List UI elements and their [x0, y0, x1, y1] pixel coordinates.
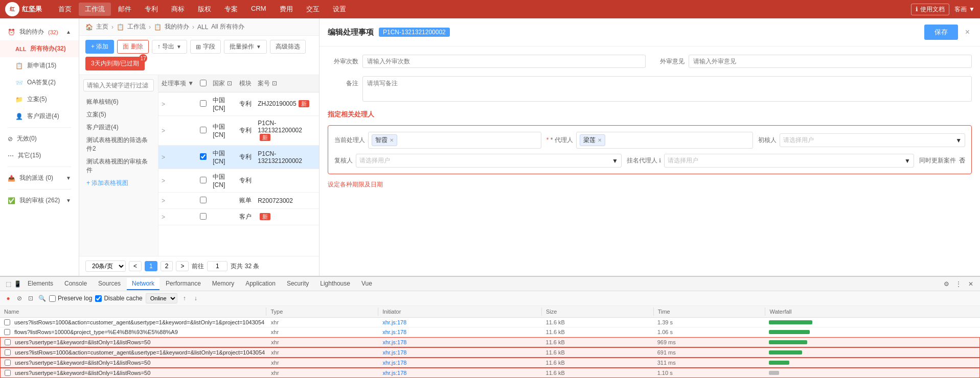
filter-item-filing[interactable]: 立案(5)	[83, 108, 154, 121]
expand-icon[interactable]: >	[162, 177, 165, 184]
page-size-select[interactable]: 20条/页	[85, 261, 126, 272]
nav-fee[interactable]: 费用	[274, 3, 299, 16]
sidebar-item-filing[interactable]: 📁 立案(5)	[0, 91, 79, 108]
row-checkbox[interactable]	[200, 197, 207, 203]
date-section-link[interactable]: 设定各种期限及日期	[328, 180, 972, 189]
check-cell[interactable]	[197, 193, 210, 209]
tab-vue[interactable]: Vue	[356, 278, 377, 290]
sidebar-item-my-dispatch[interactable]: 📤 我的派送 (0) ▼	[0, 170, 79, 186]
agent-input[interactable]: 梁莲 ✕	[576, 132, 754, 149]
export-button[interactable]: ↑ 导出 ▼	[152, 40, 187, 54]
clear-icon[interactable]: ⊘	[15, 294, 24, 302]
network-row[interactable]: users?usertype=1&keyword=&listOnly=1&lis…	[0, 368, 980, 378]
network-row-checkbox[interactable]	[5, 370, 11, 376]
nav-copyright[interactable]: 版权	[192, 3, 217, 16]
batch-ops-button[interactable]: 批量操作 ▼	[224, 40, 267, 54]
network-row-initiator[interactable]: xhr.js:178	[378, 319, 542, 326]
nav-trademark[interactable]: 商标	[165, 3, 191, 16]
country-filter-icon[interactable]: ⊡	[227, 80, 232, 87]
outer-review-count-input[interactable]	[362, 55, 646, 68]
check-cell[interactable]	[197, 169, 210, 193]
nav-mail[interactable]: 邮件	[112, 3, 138, 16]
check-cell[interactable]	[197, 209, 210, 225]
sidebar-item-oa-reply[interactable]: 📨 OA答复(2)	[0, 74, 79, 91]
expand-cell[interactable]: >	[158, 116, 197, 146]
network-row-checkbox[interactable]	[5, 339, 11, 345]
nav-crm[interactable]: CRM	[245, 3, 272, 16]
remark-textarea[interactable]	[362, 76, 972, 102]
sidebar-item-all-pending[interactable]: ALL 所有待办(32)	[0, 40, 79, 57]
network-row-initiator[interactable]: xhr.js:178	[378, 369, 541, 376]
table-row[interactable]: > 账单 R200723002	[158, 193, 319, 209]
expand-cell[interactable]: >	[158, 193, 197, 209]
sidebar-item-my-review[interactable]: ✅ 我的审核 (262) ▼	[0, 192, 79, 209]
add-filter-view[interactable]: + 添加表格视图	[83, 177, 154, 190]
network-row[interactable]: users?usertype=1&keyword=&listOnly=1&lis…	[0, 358, 980, 368]
sync-cases-value[interactable]: 否	[959, 156, 965, 165]
nav-patent[interactable]: 专利	[139, 3, 164, 16]
devtools-mobile-icon[interactable]: 📱	[13, 280, 21, 288]
network-row[interactable]: users?listRows=1000&action=customer_agen…	[0, 318, 980, 327]
sidebar-item-other[interactable]: ⋯ 其它(15)	[0, 147, 79, 164]
bc-workflow[interactable]: 工作流	[127, 22, 146, 31]
devtools-inspect-icon[interactable]: ⬚	[4, 280, 12, 288]
expand-icon[interactable]: >	[162, 127, 165, 134]
prev-page-button[interactable]: <	[129, 261, 142, 271]
row-checkbox[interactable]	[200, 153, 207, 160]
next-page-button[interactable]: >	[176, 261, 189, 271]
check-cell[interactable]	[197, 92, 210, 116]
record-stop-icon[interactable]: ●	[4, 294, 12, 302]
go-to-page-input[interactable]	[207, 261, 227, 271]
network-row-checkbox[interactable]	[4, 319, 10, 325]
fields-button[interactable]: ⊞ 字段	[190, 40, 221, 54]
expand-icon[interactable]: >	[162, 101, 165, 108]
select-all-checkbox[interactable]	[200, 80, 207, 86]
table-row[interactable]: > 中国[CN] 专利	[158, 169, 319, 193]
filter-search-input[interactable]	[83, 79, 154, 91]
table-row[interactable]: > 客户 新	[158, 209, 319, 225]
expand-cell[interactable]: >	[158, 209, 197, 225]
add-button[interactable]: + 添加	[85, 40, 114, 54]
page-2-button[interactable]: 2	[161, 261, 173, 271]
page-1-button[interactable]: 1	[145, 261, 157, 271]
network-row[interactable]: users?listRows=1000&action=customer_agen…	[0, 347, 980, 358]
check-cell[interactable]	[197, 146, 210, 169]
filter-item-test1[interactable]: 测试表格视图的筛选条件2	[83, 134, 154, 155]
network-row-checkbox[interactable]	[5, 360, 11, 366]
tab-memory[interactable]: Memory	[207, 278, 239, 290]
row-checkbox[interactable]	[200, 100, 207, 107]
sidebar-item-client-follow[interactable]: 👤 客户跟进(4)	[0, 108, 79, 125]
user-menu-button[interactable]: 客画 ▼	[954, 5, 975, 14]
nav-home[interactable]: 首页	[52, 3, 78, 16]
bc-all-pending[interactable]: All 所有待办	[211, 22, 244, 31]
filter-item-test2[interactable]: 测试表格视图的审核条件	[83, 155, 154, 177]
network-row-initiator[interactable]: xhr.js:178	[378, 359, 541, 366]
sidebar-item-my-pending[interactable]: ⏰ 我的待办 (32) ▲	[0, 23, 79, 40]
network-row-initiator[interactable]: xhr.js:178	[378, 328, 542, 336]
upload-icon[interactable]: ↑	[180, 294, 189, 302]
nav-settings[interactable]: 设置	[327, 3, 352, 16]
expand-icon[interactable]: >	[162, 197, 165, 204]
disable-cache-checkbox[interactable]	[95, 295, 102, 302]
search-icon[interactable]: 🔍	[38, 294, 46, 302]
tab-application[interactable]: Application	[240, 278, 281, 290]
tab-network[interactable]: Network	[127, 278, 159, 290]
tab-performance[interactable]: Performance	[161, 278, 206, 290]
close-button[interactable]: ×	[963, 28, 972, 37]
remove-agent[interactable]: ✕	[598, 137, 602, 143]
nav-interact[interactable]: 交互	[300, 3, 326, 16]
row-checkbox[interactable]	[200, 213, 207, 220]
row-checkbox[interactable]	[200, 127, 207, 133]
network-row-initiator[interactable]: xhr.js:178	[378, 339, 541, 346]
table-row[interactable]: > 中国[CN] 专利 ZHJ20190005新	[158, 92, 319, 116]
preserve-log-checkbox[interactable]	[49, 295, 56, 302]
proxy-agent-select[interactable]: 请选择用户 ▼	[664, 154, 914, 168]
case-badge[interactable]: P1CN-1321321200002	[379, 28, 450, 37]
row-checkbox[interactable]	[200, 177, 207, 183]
tab-lighthouse[interactable]: Lighthouse	[315, 278, 355, 290]
preserve-log-label[interactable]: Preserve log	[49, 295, 92, 302]
tab-console[interactable]: Console	[59, 278, 92, 290]
disable-cache-label[interactable]: Disable cache	[95, 295, 142, 302]
download-icon[interactable]: ↓	[192, 294, 200, 302]
sidebar-item-invalid[interactable]: ⊘ 无效(0)	[0, 130, 79, 147]
